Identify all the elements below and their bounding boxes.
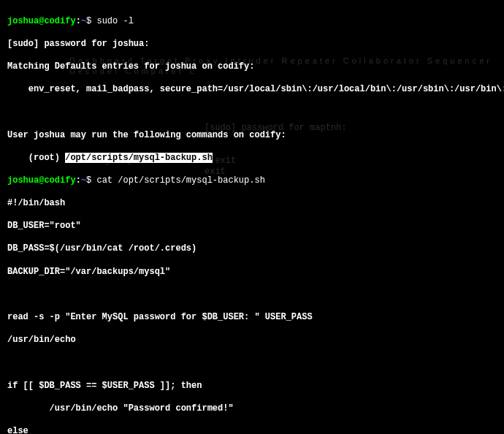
script-line xyxy=(7,289,497,301)
prompt-sep: : xyxy=(76,16,81,26)
output-line: env_reset, mail_badpass, secure_path=/us… xyxy=(7,84,497,96)
output-line: User joshua may run the following comman… xyxy=(7,130,497,142)
script-line: #!/bin/bash xyxy=(7,198,497,210)
script-line: DB_USER="root" xyxy=(7,221,497,232)
output-line xyxy=(7,107,497,118)
command-input: cat /opt/scripts/mysql-backup.sh xyxy=(91,175,265,186)
output-line: Matching Defaults entries for joshua on … xyxy=(7,61,497,73)
script-line: else xyxy=(7,426,497,434)
script-line: /usr/bin/echo xyxy=(7,335,497,346)
script-line: if [[ $DB_PASS == $USER_PASS ]]; then xyxy=(7,381,497,392)
output-line: (root) xyxy=(7,153,65,163)
script-line: read -s -p "Enter MySQL password for $DB… xyxy=(7,312,497,324)
script-line xyxy=(7,357,497,369)
prompt-path: ~ xyxy=(81,16,86,26)
prompt-userhost: joshua@codify xyxy=(7,175,76,186)
output-line: [sudo] password for joshua: xyxy=(7,39,497,50)
script-line: /usr/bin/echo "Password confirmed!" xyxy=(7,403,497,415)
terminal-output[interactable]: joshua@codify:~$ sudo -l [sudo] password… xyxy=(0,0,504,434)
highlighted-path: /opt/scripts/mysql-backup.sh xyxy=(65,153,213,163)
prompt-sep: : xyxy=(76,175,81,186)
script-line: DB_PASS=$(/usr/bin/cat /root/.creds) xyxy=(7,243,497,255)
prompt-path: ~ xyxy=(81,175,86,186)
command-input: sudo -l xyxy=(91,16,134,26)
script-line: BACKUP_DIR="/var/backups/mysql" xyxy=(7,267,497,278)
prompt-userhost: joshua@codify xyxy=(7,16,76,26)
